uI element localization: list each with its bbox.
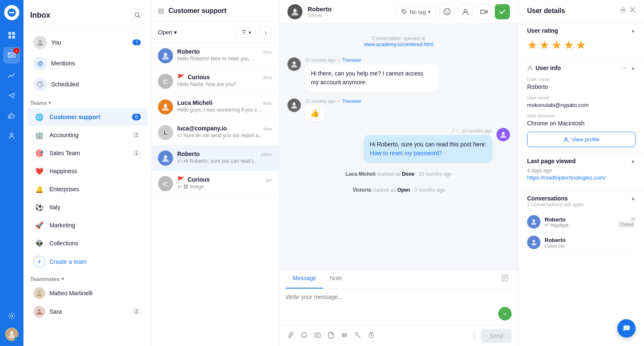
nav-thumbs[interactable] (3, 107, 20, 124)
message-tab[interactable]: Message (286, 270, 323, 289)
video-call-button[interactable] (476, 4, 491, 19)
article-button[interactable] (326, 330, 336, 342)
ud-conv-item-2[interactable]: Roberto Ciaoo oia (527, 232, 636, 253)
browser-field: Web Browser Chrome on Macintosh (527, 113, 636, 127)
nav-contacts[interactable] (3, 127, 20, 144)
flag-icon-curious-1: 🚩 (177, 74, 184, 81)
last-page-collapse-icon: ▲ (631, 158, 636, 164)
hashtag-button[interactable] (339, 330, 349, 342)
nav-reports[interactable] (3, 67, 20, 84)
resolve-button[interactable] (495, 4, 510, 19)
ud-conversations-header[interactable]: Conversations ▲ (527, 195, 636, 202)
you-count: 7 (132, 39, 141, 45)
emoji-picker-button[interactable] (299, 330, 309, 342)
send-button[interactable]: Send (481, 329, 512, 343)
nav-inbox[interactable]: 1 (3, 47, 20, 64)
email-field: User email mokonulabi@nypato.com (527, 95, 636, 108)
open-filter-dropdown[interactable]: Open ▾ (158, 29, 177, 36)
conversation-item-roberto-2[interactable]: Roberto 10mo 🏷 Hi Roberto, sure you can … (151, 146, 279, 171)
chat-tabs: Message Note (279, 270, 518, 289)
user-details-panel: User details User rating ▲ ★ ★ (518, 0, 644, 346)
user-rating-header[interactable]: User rating ▲ (527, 27, 636, 34)
conversation-item-luca[interactable]: Luca Micheli 4mo Hello guys, I was wonde… (151, 94, 279, 120)
nav-dashboard[interactable] (3, 27, 20, 44)
user-info-header[interactable]: User info ··· ▲ (527, 64, 636, 72)
message-input[interactable] (286, 294, 512, 319)
ud-conv-item-1[interactable]: Roberto 🏷 ffdgdfgdf 3d Closed (527, 212, 636, 232)
translate-link-1[interactable]: Translate (342, 57, 361, 62)
conversation-item-curious-2[interactable]: C 🚩 Curious 1yr 🏷 🖼 Image (151, 171, 279, 197)
last-page-url[interactable]: https://roadtriptechnologies.com/ (527, 174, 606, 181)
message-1-meta: 10 months ago • Translate (305, 57, 439, 62)
inbox-item-mentions[interactable]: @ Mentions (27, 53, 147, 73)
timer-button[interactable] (366, 330, 376, 342)
open-chevron-icon: ▾ (174, 29, 177, 36)
message-2-content: 10 months ago • Translate 👍 (305, 99, 361, 121)
note-tab[interactable]: Note (323, 270, 349, 289)
teams-section-header[interactable]: Teams ▾ (23, 95, 151, 108)
user-details-close-icon[interactable] (630, 7, 636, 15)
conversation-item-luca-company[interactable]: L luca@company.io 4mo 🏷 Sure let me send… (151, 120, 279, 146)
team-item-accounting[interactable]: 🏢 Accounting 2 (27, 126, 147, 144)
canned-responses-button[interactable] (313, 330, 323, 342)
star-2: ★ (539, 38, 550, 52)
teammate-matteo[interactable]: Matteo Martinelli (27, 284, 147, 302)
roberto-2-avatar (158, 151, 173, 166)
teammate-sara[interactable]: Sara 2 (27, 303, 147, 320)
svg-point-17 (38, 309, 41, 312)
nav-campaigns[interactable] (3, 87, 20, 104)
emoji-button[interactable] (440, 4, 455, 19)
view-profile-button[interactable]: View profile (527, 132, 636, 147)
browser-value: Chrome on Macintosh (527, 120, 636, 127)
sort-down-button[interactable]: ↓ (259, 26, 272, 39)
floating-chat-button[interactable] (617, 319, 636, 338)
message-1-avatar (287, 57, 301, 71)
inbox-item-scheduled[interactable]: Scheduled (27, 74, 147, 94)
conversations-filter-bar: Open ▾ ▾ ↓ (151, 22, 279, 43)
team-item-enterprises[interactable]: 🔔 Enterprises (27, 180, 147, 198)
svg-line-42 (343, 333, 344, 338)
assign-user-button[interactable] (458, 4, 473, 19)
inbox-item-you[interactable]: You 7 (27, 32, 147, 52)
reset-password-link[interactable]: How to reset my password? (370, 150, 442, 156)
team-item-collections[interactable]: 👽 Collections (27, 234, 147, 252)
luca-content: Luca Micheli 4mo Hello guys, I was wonde… (177, 99, 272, 114)
conversation-opened-notice: Conversation opened at www.academy.io/ce… (287, 32, 510, 51)
conversation-item-curious-1[interactable]: C 🚩 Curious 3mo Hello Nadia, how are you… (151, 69, 279, 94)
no-tag-dropdown[interactable]: No tag ▾ (396, 6, 436, 18)
attachment-button[interactable] (286, 330, 296, 342)
team-item-italy[interactable]: ⚽ Italy (27, 198, 147, 216)
scheduled-label: Scheduled (51, 81, 141, 88)
panel-toggle-icon[interactable]: ▤ (158, 7, 164, 15)
team-item-sales[interactable]: 🎯 Sales Team 1 (27, 144, 147, 162)
team-item-customer-support[interactable]: 🌐 Customer support 6 (27, 108, 147, 126)
conversation-url-link[interactable]: www.academy.io/centered.html (364, 42, 433, 47)
customer-support-icon: 🌐 (34, 111, 45, 123)
teammates-section-header[interactable]: Teammates ▾ (23, 271, 151, 284)
toolbar-more-button[interactable]: ⋮ (471, 332, 478, 340)
team-item-marketing[interactable]: 🚀 Marketing (27, 216, 147, 234)
inbox-search-button[interactable] (131, 8, 144, 22)
translate-link-2[interactable]: Translate (342, 99, 361, 104)
translation-button[interactable] (353, 330, 363, 342)
user-info-more-icon[interactable]: ··· (622, 64, 627, 72)
create-team-button[interactable]: + Create a team (27, 253, 147, 271)
activity-message-1: Luca Micheli marked as Done · 10 months … (287, 169, 510, 179)
nav-settings[interactable] (3, 307, 20, 324)
svg-point-3 (13, 12, 14, 13)
user-avatar[interactable] (5, 328, 18, 341)
sort-filter-button[interactable]: ▾ (236, 27, 256, 38)
conversation-item-roberto-1[interactable]: Roberto 2mo Hello Roberto! Nice to meet … (151, 43, 279, 69)
svg-point-14 (39, 40, 42, 43)
chat-input-area: Message Note (279, 269, 518, 346)
svg-point-35 (502, 311, 508, 317)
user-details-settings-icon[interactable] (620, 7, 626, 15)
last-page-header[interactable]: Last page viewed ▲ (527, 158, 636, 164)
star-5: ★ (576, 38, 586, 52)
message-group-1: 10 months ago • Translate Hi there, can … (287, 57, 510, 92)
message-3-avatar (497, 128, 510, 141)
teams-chevron-icon: ▾ (49, 100, 51, 106)
chat-tab-icon[interactable] (498, 270, 512, 288)
team-item-happiness[interactable]: ❤️ Happiness (27, 162, 147, 180)
svg-point-52 (529, 66, 531, 68)
